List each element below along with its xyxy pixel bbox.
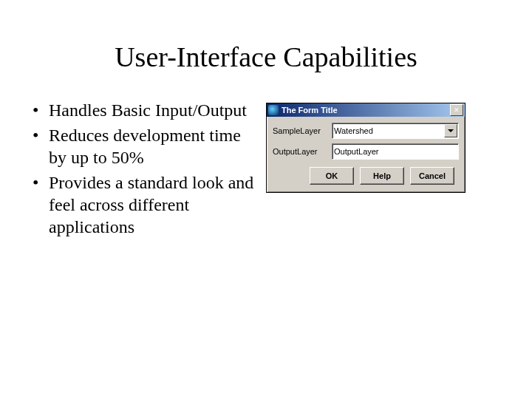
- close-icon[interactable]: ✕: [450, 104, 463, 116]
- output-layer-label: OutputLayer: [273, 147, 332, 156]
- bullet-item: Provides a standard look and feel across…: [46, 171, 259, 238]
- ok-button[interactable]: OK: [310, 167, 354, 185]
- sample-layer-value: Watershed: [334, 126, 373, 135]
- output-layer-value: OutputLayer: [334, 147, 379, 156]
- window-title: The Form Title: [282, 106, 449, 115]
- chevron-down-icon[interactable]: [444, 124, 457, 137]
- titlebar: The Form Title ✕: [267, 103, 465, 117]
- sample-layer-dropdown[interactable]: Watershed: [332, 123, 459, 139]
- bullet-list: Handles Basic Input/Output Reduces devel…: [30, 99, 266, 241]
- dialog-window: The Form Title ✕ SampleLayer Watershed O…: [266, 103, 466, 193]
- slide: User-Interface Capabilities Handles Basi…: [0, 0, 532, 399]
- sample-layer-row: SampleLayer Watershed: [273, 123, 459, 139]
- output-layer-row: OutputLayer OutputLayer: [273, 143, 459, 160]
- dialog-screenshot: The Form Title ✕ SampleLayer Watershed O…: [266, 99, 466, 193]
- slide-body: Handles Basic Input/Output Reduces devel…: [0, 99, 532, 241]
- app-icon: [268, 105, 279, 115]
- bullet-item: Reduces development time by up to 50%: [46, 124, 259, 168]
- help-button[interactable]: Help: [360, 167, 404, 185]
- bullet-item: Handles Basic Input/Output: [46, 99, 259, 121]
- sample-layer-label: SampleLayer: [273, 126, 332, 135]
- cancel-button[interactable]: Cancel: [410, 167, 454, 185]
- output-layer-input[interactable]: OutputLayer: [332, 143, 459, 160]
- button-row: OK Help Cancel: [273, 167, 459, 185]
- form-body: SampleLayer Watershed OutputLayer Output…: [267, 117, 465, 192]
- slide-title: User-Interface Capabilities: [0, 0, 532, 99]
